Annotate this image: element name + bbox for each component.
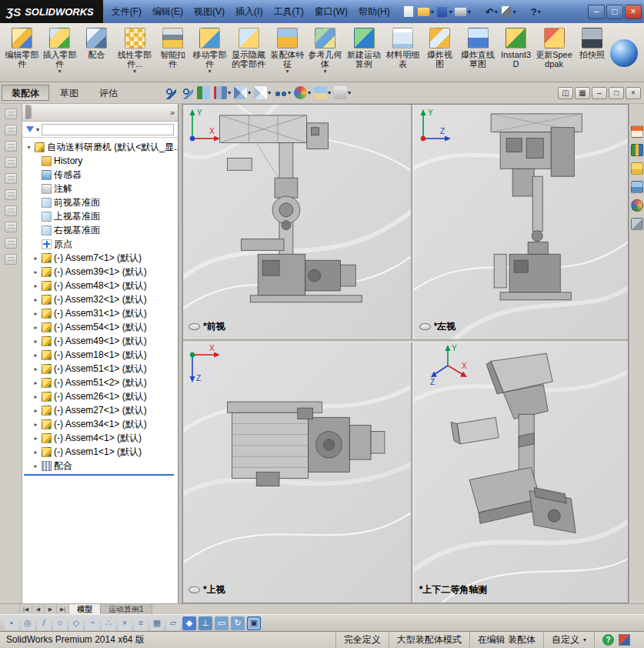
tree-item[interactable]: ▸ (-) Assem32<1> (默认): [22, 292, 178, 306]
home-resources-icon[interactable]: [631, 125, 643, 138]
menu-item[interactable]: 窗口(W): [309, 0, 353, 23]
panel-chevron-icon[interactable]: »: [170, 108, 175, 117]
collapsed-pane-icon[interactable]: [5, 205, 17, 216]
displaymanager-tab-icon[interactable]: [30, 105, 32, 119]
expander-icon[interactable]: ▸: [32, 324, 39, 331]
linear-sketch-pattern-icon[interactable]: ▦: [150, 616, 164, 630]
custom-properties-icon[interactable]: [631, 218, 643, 230]
spline-icon[interactable]: ~: [85, 616, 99, 630]
show-hidden-components-button[interactable]: 显示隐藏的零部件: [229, 25, 269, 82]
status-custom-dropdown[interactable]: 自定义 ▾: [543, 632, 594, 648]
split-two-view-button[interactable]: ◫: [558, 87, 573, 99]
expander-icon[interactable]: ▸: [32, 379, 39, 386]
collapsed-pane-icon[interactable]: [5, 238, 17, 249]
update-speedpak-button[interactable]: 更新Speedpak: [534, 25, 574, 82]
tree-item[interactable]: 前视基准面: [22, 195, 178, 209]
view-orientation-icon[interactable]: ▾: [233, 85, 252, 101]
expander-icon[interactable]: ▸: [32, 393, 39, 400]
tree-item[interactable]: ▸ (-) Assem27<1> (默认): [22, 403, 178, 417]
split-four-view-button[interactable]: ▦: [575, 87, 590, 99]
explode-line-sketch-button[interactable]: 爆炸直线草图: [458, 25, 498, 82]
menu-item[interactable]: 文件(F): [106, 0, 147, 23]
tree-item[interactable]: ▸ (-) Assem26<1> (默认): [22, 389, 178, 403]
expander-icon[interactable]: ▸: [32, 407, 39, 414]
ellipse-icon[interactable]: ◇: [69, 616, 83, 630]
collapsed-pane-icon[interactable]: [5, 254, 17, 265]
expander-icon[interactable]: ▸: [32, 352, 39, 359]
menu-item[interactable]: 编辑(E): [147, 0, 189, 23]
collapsed-pane-icon[interactable]: [5, 173, 17, 184]
sketch-plane-icon[interactable]: ▱: [166, 616, 180, 630]
menu-item[interactable]: 工具(T): [268, 0, 309, 23]
tree-item[interactable]: ▸ (-) Assem49<1> (默认): [22, 334, 178, 348]
tree-item[interactable]: ▸ (-) Assem31<1> (默认): [22, 306, 178, 320]
tree-item[interactable]: ▸ (-) Assem39<1> (默认): [22, 265, 178, 279]
expander-icon[interactable]: ▸: [32, 366, 39, 372]
move-component-button[interactable]: 移动零部件 ▾: [191, 25, 229, 82]
anchor-icon[interactable]: ⊥: [199, 616, 212, 630]
line-icon[interactable]: /: [37, 616, 51, 630]
doc-restore-button[interactable]: □: [609, 87, 624, 99]
expander-icon[interactable]: ▸: [32, 338, 39, 345]
expander-icon[interactable]: ▸: [32, 269, 39, 276]
edit-appearance-icon[interactable]: ▾: [293, 85, 312, 101]
viewport-isometric[interactable]: Y X Z *上下二等角轴测: [414, 342, 628, 603]
tree-item[interactable]: History: [22, 154, 178, 168]
collapsed-pane-icon[interactable]: [5, 189, 17, 200]
new-motion-study-button[interactable]: 新建运动算例: [344, 25, 384, 82]
convert-entities-icon[interactable]: ≡: [134, 616, 148, 630]
zoom-fit-icon[interactable]: [162, 85, 178, 101]
tree-item[interactable]: ▸ (-) Assem4<1> (默认): [22, 431, 178, 445]
bill-of-materials-button[interactable]: 材料明细表: [384, 25, 422, 82]
open-icon[interactable]: ▾: [417, 3, 435, 20]
menu-item[interactable]: 视图(V): [189, 0, 230, 23]
insert-component-button[interactable]: 插入零部件 ▾: [41, 25, 78, 82]
hide-show-items-icon[interactable]: ▾: [273, 85, 292, 101]
active-command-icon[interactable]: ▣: [247, 616, 261, 630]
reference-geometry-button[interactable]: 参考几何体 ▾: [306, 25, 344, 82]
tree-item[interactable]: ▸ (-) Assem18<1> (默认): [22, 348, 178, 362]
save-icon[interactable]: ▾: [435, 3, 453, 20]
tab-sketch[interactable]: 草图: [50, 85, 88, 101]
expander-icon[interactable]: ▾: [25, 144, 32, 151]
exploded-view-button[interactable]: 爆炸视图: [422, 25, 458, 82]
point-icon[interactable]: ∴: [102, 616, 115, 630]
smart-fasteners-button[interactable]: 智能扣件: [155, 25, 191, 82]
file-explorer-icon[interactable]: [631, 162, 643, 175]
tree-item[interactable]: ▸ (-) Assem51<2> (默认): [22, 376, 178, 389]
tab-nav-arrow-icon[interactable]: ▶|: [57, 604, 69, 614]
print-icon[interactable]: ▾: [454, 3, 472, 20]
collapsed-pane-icon[interactable]: [5, 222, 17, 232]
tab-assembly[interactable]: 装配体: [2, 85, 49, 101]
edit-component-button[interactable]: 编辑零部件: [3, 25, 41, 82]
sketch-point-icon[interactable]: •: [5, 616, 18, 630]
minimize-button[interactable]: –: [588, 5, 605, 19]
network-globe-icon[interactable]: [610, 39, 638, 67]
expander-icon[interactable]: ▸: [32, 310, 39, 317]
appearances-scenes-icon[interactable]: [631, 199, 643, 212]
expander-icon[interactable]: ▸: [32, 421, 39, 428]
isometric-view-icon[interactable]: ◆: [182, 616, 196, 630]
tab-nav-arrow-icon[interactable]: ◀: [32, 604, 45, 614]
tab-model[interactable]: 模型: [69, 604, 101, 614]
doc-close-button[interactable]: ×: [626, 87, 641, 99]
collapsed-pane-icon[interactable]: [5, 125, 17, 135]
restore-button[interactable]: □: [606, 5, 623, 19]
filter-caret-icon[interactable]: ▾: [36, 126, 39, 133]
rollback-bar[interactable]: [24, 474, 174, 476]
help-icon[interactable]: ?▾: [518, 3, 542, 20]
tree-item[interactable]: ▸ 配合: [22, 459, 178, 473]
collapsed-pane-icon[interactable]: [5, 141, 17, 152]
expander-icon[interactable]: ▸: [32, 463, 39, 469]
menu-item[interactable]: 帮助(H): [353, 0, 395, 23]
tab-nav-arrow-icon[interactable]: |◀: [20, 604, 32, 614]
viewport-left[interactable]: Y Z *左视: [414, 105, 628, 339]
filter-field[interactable]: [42, 124, 174, 135]
tree-item[interactable]: ▸ (-) Assem34<1> (默认): [22, 417, 178, 431]
tab-motion-study[interactable]: 运动算例1: [101, 604, 152, 614]
menu-item[interactable]: 插入(I): [230, 0, 268, 23]
status-tag-icon[interactable]: [619, 634, 630, 646]
tree-item[interactable]: 传感器: [22, 168, 178, 182]
measure-icon[interactable]: ▭: [215, 616, 229, 630]
assembly-features-button[interactable]: 装配体特征 ▾: [269, 25, 306, 82]
